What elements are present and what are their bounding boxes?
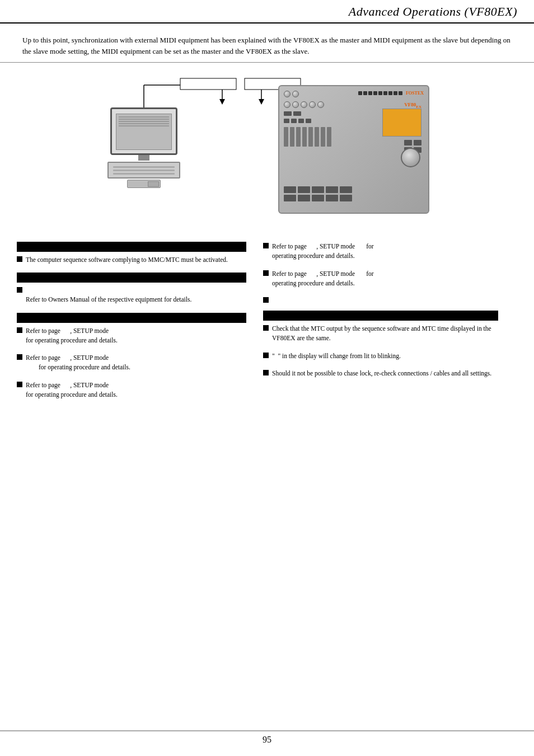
monitor-stand	[138, 155, 149, 161]
left-section-2-header	[17, 273, 246, 283]
right-section-4-header	[263, 311, 498, 321]
left-step-3: Refer to page , SETUP modefor operating …	[17, 326, 246, 346]
left-step-5-text: Refer to page , SETUP modefor operating …	[26, 381, 118, 400]
right-section-1: Refer to page , SETUP mode foroperating …	[263, 242, 498, 261]
left-column: The computer sequence software complying…	[17, 242, 257, 407]
right-step-2: Refer to page , SETUP mode foroperating …	[263, 269, 498, 289]
right-step-5: " " in the display will change from lit …	[263, 351, 498, 361]
right-bullet-6	[263, 370, 269, 375]
device-body: FOSTEX VF80EX	[278, 85, 429, 214]
bullet-2	[17, 287, 22, 293]
right-step-5-text: " " in the display will change from lit …	[272, 351, 401, 361]
keyboard-lines	[113, 166, 175, 175]
left-step-2	[17, 286, 246, 293]
device-screen	[382, 109, 421, 137]
diagram-section: FOSTEX VF80EX	[0, 68, 534, 236]
svg-marker-5	[259, 99, 264, 105]
bullet-3	[17, 327, 22, 333]
computer-illustration	[99, 107, 189, 186]
left-step-5: Refer to page , SETUP modefor operating …	[17, 381, 246, 400]
svg-rect-6	[180, 78, 236, 90]
monitor	[110, 107, 177, 155]
right-bullet-1	[263, 243, 269, 248]
bullet-1	[17, 256, 22, 262]
right-column: Refer to page , SETUP mode foroperating …	[257, 242, 498, 407]
right-step-6: Should it not be possible to chase lock,…	[263, 369, 498, 378]
brand-label: FOSTEX	[406, 91, 424, 96]
page-header: Advanced Operations (VF80EX)	[0, 0, 534, 24]
main-knob	[401, 148, 420, 167]
page-title: Advanced Operations (VF80EX)	[349, 4, 517, 19]
main-content: The computer sequence software complying…	[0, 242, 534, 407]
vf80ex-device: FOSTEX VF80EX	[278, 85, 441, 219]
left-section-3-header	[17, 313, 246, 323]
page-footer: 95	[0, 730, 534, 745]
left-section-3: Refer to page , SETUP modefor operating …	[17, 313, 246, 346]
right-step-4: Check that the MTC output by the sequenc…	[263, 324, 498, 344]
right-section-4: Check that the MTC output by the sequenc…	[263, 311, 498, 344]
left-section-4: Refer to page , SETUP mode for operating…	[17, 353, 246, 373]
right-step-3	[263, 296, 498, 303]
right-bullet-4	[263, 325, 269, 331]
bullet-5	[17, 382, 22, 387]
bullet-4	[17, 354, 22, 360]
device-controls	[284, 91, 331, 147]
left-step-4: Refer to page , SETUP mode for operating…	[17, 353, 246, 373]
left-step-1-text: The computer sequence software complying…	[26, 255, 228, 265]
left-step-1: The computer sequence software complying…	[17, 255, 246, 265]
right-step-4-text: Check that the MTC output by the sequenc…	[272, 324, 498, 344]
right-bullet-3	[263, 297, 269, 303]
monitor-screen	[116, 114, 172, 150]
right-section-3	[263, 296, 498, 303]
left-section-2: Refer to Owners Manual of the respective…	[17, 273, 246, 304]
page: Advanced Operations (VF80EX) Up to this …	[0, 0, 534, 756]
right-step-6-text: Should it not be possible to chase lock,…	[272, 369, 491, 378]
right-step-1-text: Refer to page , SETUP mode foroperating …	[272, 242, 374, 261]
intro-text: Up to this point, synchronization with e…	[22, 35, 512, 57]
right-section-2: Refer to page , SETUP mode foroperating …	[263, 269, 498, 289]
right-bullet-2	[263, 270, 269, 276]
model-label: VF80EX	[404, 102, 421, 109]
left-section-5: Refer to page , SETUP modefor operating …	[17, 381, 246, 400]
page-number: 95	[263, 735, 271, 745]
left-step-3-text: Refer to page , SETUP modefor operating …	[26, 326, 118, 346]
right-section-5: " " in the display will change from lit …	[263, 351, 498, 361]
right-section-6: Should it not be possible to chase lock,…	[263, 369, 498, 378]
right-step-2-text: Refer to page , SETUP mode foroperating …	[272, 269, 374, 289]
svg-marker-3	[219, 99, 225, 105]
right-step-1: Refer to page , SETUP mode foroperating …	[263, 242, 498, 261]
intro-section: Up to this point, synchronization with e…	[0, 29, 534, 63]
left-step-2-sub: Refer to Owners Manual of the respective…	[26, 295, 246, 304]
diagram-container: FOSTEX VF80EX	[93, 74, 441, 231]
left-section-1-header	[17, 242, 246, 252]
left-step-4-text: Refer to page , SETUP mode for operating…	[26, 353, 130, 373]
right-bullet-5	[263, 353, 269, 358]
left-section-1: The computer sequence software complying…	[17, 242, 246, 265]
leds	[358, 91, 402, 95]
keyboard	[107, 162, 180, 179]
